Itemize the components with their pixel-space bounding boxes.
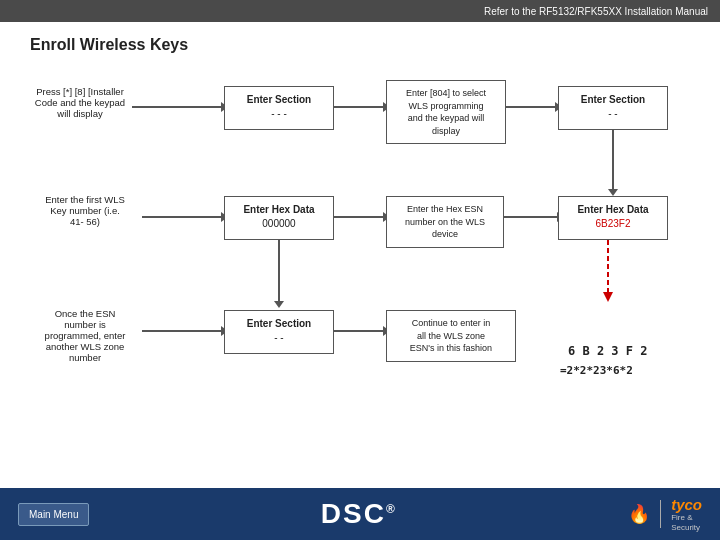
box-continue-desc: Continue to enter in all the WLS zone ES… bbox=[386, 310, 516, 362]
arrow-1 bbox=[132, 106, 222, 108]
arrow-5 bbox=[142, 216, 222, 218]
dsc-logo: DSC® bbox=[321, 498, 397, 530]
box-esn-desc: Enter the Hex ESN number on the WLS devi… bbox=[386, 196, 504, 248]
box-enter-section-2: Enter Section - - bbox=[558, 86, 668, 130]
box-wls-desc: Enter [804] to select WLS programming an… bbox=[386, 80, 506, 144]
page-title: Enroll Wireless Keys bbox=[30, 36, 690, 54]
svg-marker-1 bbox=[603, 292, 613, 302]
arrow-4 bbox=[612, 130, 614, 190]
tyco-logo: 🔥 tyco Fire & Security bbox=[628, 496, 702, 532]
flow-area: Press [*] [8] [Installer Code and the ke… bbox=[30, 72, 690, 442]
red-dashed-arrow bbox=[560, 240, 680, 340]
box-hex-data-1: Enter Hex Data 000000 bbox=[224, 196, 334, 240]
arrow-7 bbox=[504, 216, 558, 218]
left-label-1: Press [*] [8] [Installer Code and the ke… bbox=[30, 86, 130, 119]
code-line-2: =2*2*23*6*2 bbox=[560, 364, 633, 377]
footer: Main Menu DSC® 🔥 tyco Fire & Security bbox=[0, 488, 720, 540]
flame-icon: 🔥 bbox=[628, 503, 650, 525]
arrow-10 bbox=[334, 330, 384, 332]
top-bar: Refer to the RF5132/RFK55XX Installation… bbox=[0, 0, 720, 22]
tyco-divider bbox=[660, 500, 661, 528]
main-menu-button[interactable]: Main Menu bbox=[18, 503, 89, 526]
code-line-1: 6 B 2 3 F 2 bbox=[568, 344, 647, 358]
arrow-6 bbox=[334, 216, 384, 218]
arrow-2 bbox=[334, 106, 384, 108]
left-label-2: Enter the first WLS Key number (i.e. 41-… bbox=[30, 194, 140, 227]
main-content: Enroll Wireless Keys Press [*] [8] [Inst… bbox=[0, 22, 720, 452]
footer-left: Main Menu bbox=[18, 503, 89, 526]
box-enter-section-3: Enter Section - - bbox=[224, 310, 334, 354]
tyco-text-block: tyco Fire & Security bbox=[671, 496, 702, 532]
box-hex-data-2: Enter Hex Data 6B23F2 bbox=[558, 196, 668, 240]
arrow-8 bbox=[278, 240, 280, 302]
header-ref-text: Refer to the RF5132/RFK55XX Installation… bbox=[484, 6, 708, 17]
arrow-9 bbox=[142, 330, 222, 332]
box-enter-section-1: Enter Section - - - bbox=[224, 86, 334, 130]
arrow-3 bbox=[506, 106, 556, 108]
left-label-3: Once the ESN number is programmed, enter… bbox=[30, 308, 140, 363]
